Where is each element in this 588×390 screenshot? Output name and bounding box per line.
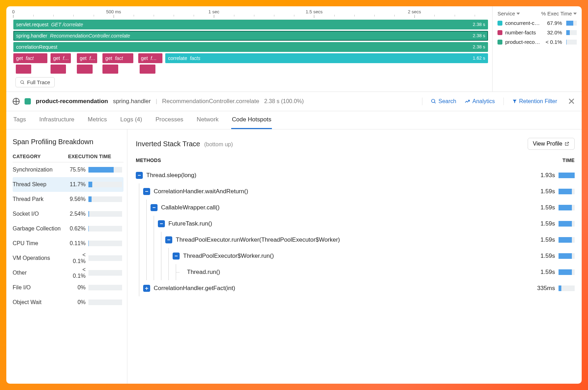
collapse-icon[interactable]: − <box>136 172 143 179</box>
span-bar[interactable]: servlet.request GET /correlate2.38 s <box>13 20 488 29</box>
analytics-button[interactable]: Analytics <box>465 98 495 105</box>
breakdown-row[interactable]: VM Operations < 0.1% <box>13 251 123 265</box>
stack-node-label[interactable]: ＋CorrelationHandler.getFact(int) 335ms <box>143 280 575 296</box>
breakdown-row[interactable]: Other < 0.1% <box>13 265 123 280</box>
breakdown-pct: < 0.1% <box>68 252 88 264</box>
stack-children: −FutureTask.run() 1.59s −ThreadPoolExecu… <box>154 216 575 280</box>
collapse-icon[interactable]: − <box>173 253 180 260</box>
tab-network[interactable]: Network <box>196 111 219 129</box>
span-row: get factget f…get f…get factget f…correl… <box>13 53 488 63</box>
breakdown-row[interactable]: File I/O 0% <box>13 280 123 295</box>
stack-node: −CorrelationHandler.waitAndReturn() 1.59… <box>143 183 575 280</box>
time-tick: 500 ms <box>106 9 121 18</box>
collapse-icon[interactable]: − <box>158 220 165 227</box>
service-row[interactable]: concurrent-cor… 67.9% <box>497 20 577 26</box>
span-bar[interactable]: get fact <box>13 53 47 63</box>
span-bar[interactable]: spring.handler RecommendationController.… <box>13 31 488 41</box>
lower-split: Span Profiling Breakdown CATEGORY EXECUT… <box>6 129 582 384</box>
breakdown-row[interactable]: Object Wait 0% <box>13 295 123 310</box>
retention-filter-button[interactable]: Retention Filter <box>512 98 557 105</box>
tab-logs-4-[interactable]: Logs (4) <box>120 111 143 129</box>
breakdown-row[interactable]: Thread Park 9.56% <box>13 192 123 207</box>
breakdown-pct: 75.5% <box>68 167 88 173</box>
span-bar[interactable]: correlate facts1.62 s <box>165 53 488 63</box>
stack-children: −ThreadPoolExecutor.runWorker(ThreadPool… <box>161 232 575 280</box>
span-stub[interactable] <box>102 65 118 74</box>
span-bar[interactable]: get f… <box>51 53 71 63</box>
service-row[interactable]: number-facts 32.0% <box>497 29 577 35</box>
breakdown-title: Span Profiling Breakdown <box>13 138 123 146</box>
stack-node-label[interactable]: −CorrelationHandler.waitAndReturn() 1.59… <box>143 183 575 200</box>
span-bar[interactable]: get f… <box>138 53 162 63</box>
span-stub[interactable] <box>16 65 32 74</box>
service-rows: concurrent-cor… 67.9% number-facts 32.0%… <box>497 20 577 45</box>
breakdown-bar <box>88 285 122 290</box>
service-row[interactable]: product-recom… < 0.1% <box>497 39 577 45</box>
stack-tree: −Thread.sleep(long) 1.93s −CorrelationHa… <box>136 167 575 296</box>
magnifier-icon <box>20 80 25 85</box>
stack-node-label[interactable]: −FutureTask.run() 1.59s <box>158 216 575 232</box>
span-row: servlet.request GET /correlate2.38 s <box>13 20 488 29</box>
view-profile-button[interactable]: View Profile <box>528 138 575 150</box>
method-bar <box>559 189 575 194</box>
timeline-main: 0500 ms1 sec1.5 secs2 secs servlet.reque… <box>6 6 492 92</box>
breakdown-row[interactable]: Thread Sleep 11.7% <box>13 177 123 192</box>
svg-line-3 <box>434 102 435 103</box>
breakdown-rows: Synchronization 75.5% Thread Sleep 11.7%… <box>13 162 123 310</box>
separator: | <box>156 98 157 105</box>
method-bar <box>559 285 575 291</box>
span-bar[interactable]: correlationRequest2.38 s <box>13 42 488 52</box>
svg-point-2 <box>432 99 435 102</box>
breakdown-bar <box>88 300 122 305</box>
full-trace-button[interactable]: Full Trace <box>15 77 55 87</box>
method-time: 1.59s <box>530 253 555 260</box>
collapse-icon[interactable]: − <box>151 204 158 211</box>
tab-tags[interactable]: Tags <box>13 111 27 129</box>
collapse-icon[interactable]: − <box>143 188 150 195</box>
span-stub[interactable] <box>140 65 155 74</box>
stack-node-label[interactable]: −ThreadPoolExecutor$Worker.run() 1.59s <box>173 248 575 264</box>
collapse-icon[interactable]: − <box>165 236 172 243</box>
expand-icon[interactable]: ＋ <box>143 285 150 292</box>
tab-infrastructure[interactable]: Infrastructure <box>39 111 75 129</box>
service-head-pct[interactable]: % Exec Time <box>541 11 577 16</box>
tab-code-hotspots[interactable]: Code Hotspots <box>231 111 272 129</box>
search-button[interactable]: Search <box>431 98 456 105</box>
stack-node-label[interactable]: −Thread.sleep(long) 1.93s <box>136 167 575 183</box>
close-button[interactable]: ✕ <box>568 97 575 106</box>
stack-node-label[interactable]: −CallableWrapper.call() 1.59s <box>151 200 575 216</box>
span-stub-row <box>13 65 488 74</box>
tab-metrics[interactable]: Metrics <box>87 111 108 129</box>
stack-node: −ThreadPoolExecutor.runWorker(ThreadPool… <box>165 232 575 280</box>
breakdown-bar <box>88 196 122 202</box>
service-sidebar: Service % Exec Time concurrent-cor… 67.9… <box>492 6 582 92</box>
trace-head: Inverted Stack Trace (bottom up) View Pr… <box>136 138 575 150</box>
span-stub[interactable] <box>51 65 66 74</box>
breakdown-pct: 0% <box>68 299 88 305</box>
service-pct: 67.9% <box>545 20 562 26</box>
breakdown-pct: 11.7% <box>68 181 88 188</box>
service-head-service[interactable]: Service <box>497 11 520 16</box>
breakdown-row[interactable]: Synchronization 75.5% <box>13 162 123 177</box>
breakdown-row[interactable]: Garbage Collection 0.62% <box>13 221 123 236</box>
method-name: CorrelationHandler.getFact(int) <box>154 285 530 292</box>
method-time: 1.59s <box>530 220 555 227</box>
span-bar[interactable]: get fact <box>102 53 133 63</box>
breakdown-head-time: EXECUTION TIME <box>68 154 111 159</box>
breakdown-row[interactable]: Socket I/O 2.54% <box>13 207 123 221</box>
breakdown-bar <box>88 226 122 231</box>
span-rows[interactable]: servlet.request GET /correlate2.38 sspri… <box>13 20 488 63</box>
stack-node-label[interactable]: −ThreadPoolExecutor.runWorker(ThreadPool… <box>165 232 575 248</box>
span-stub[interactable] <box>77 65 93 74</box>
method-bar <box>559 205 575 210</box>
tab-processes[interactable]: Processes <box>155 111 184 129</box>
service-sidebar-head: Service % Exec Time <box>497 11 577 16</box>
breakdown-head: CATEGORY EXECUTION TIME <box>13 154 123 162</box>
method-name: FutureTask.run() <box>168 220 530 227</box>
external-link-icon <box>564 141 569 146</box>
breakdown-row[interactable]: CPU Time 0.11% <box>13 236 123 251</box>
trace-title: Inverted Stack Trace (bottom up) <box>136 140 233 148</box>
span-bar[interactable]: get f… <box>77 53 97 63</box>
method-bar <box>559 173 575 178</box>
stack-node-label[interactable]: Thread.run() 1.59s <box>180 264 575 280</box>
